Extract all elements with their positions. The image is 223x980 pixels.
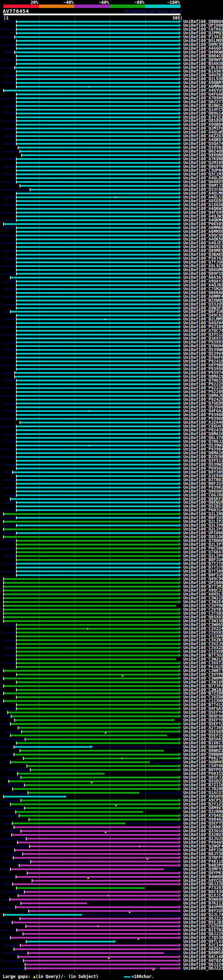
alignment-bar[interactable] [16, 540, 179, 542]
alignment-bar[interactable] [21, 830, 179, 832]
alignment-bar[interactable] [16, 681, 179, 683]
alignment-bar[interactable] [8, 712, 179, 713]
alignment-bar[interactable] [3, 90, 179, 91]
alignment-bar[interactable] [16, 502, 179, 503]
alignment-bar[interactable] [16, 25, 179, 26]
alignment-bar[interactable] [16, 402, 179, 404]
alignment-bar[interactable] [18, 895, 179, 897]
alignment-bar[interactable] [16, 479, 179, 481]
alignment-bar[interactable] [19, 865, 179, 866]
alignment-bar[interactable] [13, 471, 179, 473]
alignment-bar[interactable] [3, 700, 179, 702]
alignment-bar[interactable] [29, 910, 179, 912]
alignment-bar[interactable] [16, 887, 144, 889]
alignment-bar[interactable] [14, 849, 179, 851]
alignment-bar[interactable] [17, 929, 179, 931]
alignment-bar[interactable] [16, 48, 179, 49]
alignment-bar[interactable] [3, 612, 179, 614]
alignment-bar[interactable] [16, 300, 179, 301]
alignment-bar[interactable] [12, 921, 179, 923]
alignment-bar[interactable] [16, 460, 179, 462]
alignment-bar[interactable] [16, 29, 179, 30]
alignment-bar[interactable] [28, 952, 164, 954]
alignment-bar[interactable] [16, 414, 179, 416]
alignment-bar[interactable] [12, 822, 125, 824]
alignment-bar[interactable] [16, 639, 179, 641]
alignment-bar[interactable] [16, 63, 179, 65]
alignment-bar[interactable] [16, 659, 176, 660]
alignment-bar[interactable] [9, 780, 179, 782]
subject-label[interactable]: UniRef100_Q6J223 [183, 966, 223, 970]
alignment-bar[interactable] [14, 372, 179, 374]
alignment-bar[interactable] [14, 826, 179, 828]
alignment-bar[interactable] [23, 960, 179, 962]
alignment-bar[interactable] [10, 311, 179, 313]
alignment-bar[interactable] [26, 838, 179, 840]
alignment-bar[interactable] [25, 738, 179, 740]
alignment-bar[interactable] [16, 509, 179, 511]
alignment-bar[interactable] [16, 696, 179, 698]
alignment-bar[interactable] [16, 391, 179, 393]
alignment-bar[interactable] [11, 716, 179, 717]
alignment-bar[interactable] [10, 761, 150, 763]
alignment-bar[interactable] [16, 196, 179, 198]
alignment-bar[interactable] [16, 341, 179, 343]
alignment-bar[interactable] [16, 430, 179, 431]
alignment-bar[interactable] [22, 731, 179, 732]
alignment-bar[interactable] [16, 334, 179, 336]
alignment-bar[interactable] [16, 387, 179, 389]
alignment-bar[interactable] [3, 914, 82, 916]
alignment-bar[interactable] [16, 494, 179, 496]
alignment-bar[interactable] [16, 624, 179, 626]
alignment-bar[interactable] [3, 578, 179, 580]
alignment-bar[interactable] [16, 364, 179, 366]
alignment-bar[interactable] [3, 620, 179, 622]
alignment-bar[interactable] [26, 926, 179, 927]
alignment-bar[interactable] [16, 318, 179, 320]
alignment-bar[interactable] [16, 487, 179, 488]
alignment-bar[interactable] [16, 662, 179, 664]
alignment-bar[interactable] [10, 498, 179, 500]
alignment-bar[interactable] [27, 872, 179, 874]
alignment-bar[interactable] [16, 475, 179, 477]
alignment-bar[interactable] [3, 796, 66, 797]
alignment-bar[interactable] [16, 261, 179, 263]
alignment-bar[interactable] [10, 277, 179, 278]
alignment-bar[interactable] [16, 632, 179, 633]
alignment-bar[interactable] [16, 425, 179, 427]
alignment-bar[interactable] [20, 918, 179, 920]
alignment-bar[interactable] [3, 692, 179, 694]
alignment-bar[interactable] [16, 94, 179, 95]
alignment-bar[interactable] [13, 857, 179, 859]
alignment-bar[interactable] [28, 792, 140, 794]
alignment-bar[interactable] [20, 750, 164, 752]
alignment-bar[interactable] [16, 21, 179, 22]
alignment-bar[interactable] [16, 120, 179, 122]
alignment-bar[interactable] [14, 746, 91, 748]
alignment-bar[interactable] [24, 891, 179, 893]
alignment-row[interactable]: UniRef100_Q6J223 [0, 966, 223, 970]
alignment-bar[interactable] [16, 78, 179, 80]
alignment-bar[interactable] [16, 292, 179, 294]
alignment-bar[interactable] [16, 326, 179, 328]
alignment-bar[interactable] [18, 727, 179, 729]
alignment-bar[interactable] [3, 521, 179, 522]
alignment-bar[interactable] [16, 418, 179, 420]
alignment-bar[interactable] [16, 143, 179, 145]
alignment-bar[interactable] [16, 368, 179, 370]
alignment-bar[interactable] [16, 113, 179, 115]
alignment-bar[interactable] [16, 139, 179, 141]
alignment-bar[interactable] [16, 59, 179, 61]
alignment-bar[interactable] [16, 258, 179, 259]
alignment-bar[interactable] [11, 834, 179, 836]
alignment-bar[interactable] [3, 609, 179, 611]
alignment-bar[interactable] [16, 181, 179, 183]
alignment-bar[interactable] [16, 433, 179, 435]
alignment-bar[interactable] [16, 357, 179, 358]
alignment-bar[interactable] [16, 876, 179, 878]
alignment-bar[interactable] [20, 945, 179, 946]
alignment-bar[interactable] [16, 490, 179, 492]
alignment-bar[interactable] [30, 845, 179, 847]
alignment-bar[interactable] [21, 902, 87, 904]
alignment-bar[interactable] [3, 586, 179, 587]
